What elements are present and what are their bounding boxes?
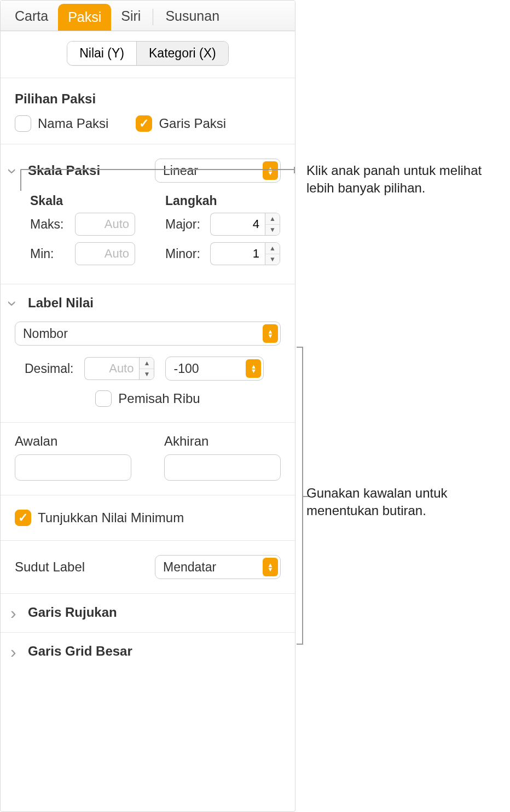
format-tabs: Carta Paksi Siri Susunan [1,1,295,31]
steps-label: Langkah [165,194,281,208]
reference-lines-header[interactable]: Garis Rujukan [1,594,295,632]
reference-lines-title: Garis Rujukan [28,605,117,620]
minor-input[interactable] [210,242,265,265]
show-minimum-checkbox[interactable] [15,510,31,526]
min-label: Min: [30,247,69,261]
max-label: Maks: [30,217,69,232]
prefix-label: Awalan [15,434,131,449]
axis-options-section: Pilihan Paksi Nama Paksi Garis Paksi [1,78,295,144]
decimals-input[interactable] [84,357,139,380]
axis-name-label: Nama Paksi [38,116,108,131]
major-gridlines-section: Garis Grid Besar [1,633,295,671]
tab-separator [153,9,153,25]
callout-bracket-side [297,347,303,645]
label-angle-value: Mendatar [163,560,216,575]
decimals-step-up[interactable]: ▲ [140,358,154,369]
reference-lines-section: Garis Rujukan [1,594,295,633]
popup-arrows-icon [263,558,278,576]
callout-disclosure: Klik anak panah untuk melihat lebih bany… [306,162,503,197]
value-labels-section: Label Nilai Nombor Desimal: ▲ ▼ -100 [1,284,295,594]
popup-arrows-icon [263,324,278,343]
major-step-down[interactable]: ▼ [265,224,280,236]
tab-arrange[interactable]: Susunan [155,3,229,31]
format-inspector-panel: Carta Paksi Siri Susunan Nilai (Y) Kateg… [0,0,295,812]
major-label: Major: [165,217,205,232]
minor-step-down[interactable]: ▼ [265,254,280,265]
min-input[interactable] [75,242,135,265]
scale-label: Skala [30,194,146,208]
major-gridlines-title: Garis Grid Besar [28,644,132,659]
callout-controls: Gunakan kawalan untuk menentukan butiran… [306,484,503,520]
label-angle-label: Sudut Label [15,559,85,575]
reference-lines-disclosure-icon [10,607,21,618]
prefix-input[interactable] [15,454,131,481]
popup-arrows-icon [263,161,278,180]
show-minimum-label: Tunjukkan Nilai Minimum [38,510,184,525]
major-step-up[interactable]: ▲ [265,213,280,224]
decimals-stepper[interactable]: ▲ ▼ [84,357,154,380]
seg-category-x[interactable]: Kategori (X) [136,42,228,65]
label-angle-popup[interactable]: Mendatar [155,555,281,579]
negative-format-value: -100 [173,361,199,376]
value-labels-format-popup[interactable]: Nombor [15,322,281,346]
axis-name-checkbox[interactable] [15,115,31,132]
axis-scale-disclosure-icon[interactable] [10,165,21,176]
axis-scale-type-value: Linear [163,163,198,178]
major-stepper[interactable]: ▲ ▼ [210,213,280,236]
axis-options-title: Pilihan Paksi [15,91,281,107]
axis-segmented-control: Nilai (Y) Kategori (X) [1,31,295,78]
max-input[interactable] [75,213,135,236]
value-labels-format-value: Nombor [23,326,68,341]
value-labels-title: Label Nilai [28,295,94,311]
tab-axis[interactable]: Paksi [58,4,111,31]
major-input[interactable] [210,213,265,236]
axis-scale-title: Skala Paksi [28,163,100,178]
thousands-separator-checkbox[interactable] [95,390,112,407]
minor-stepper[interactable]: ▲ ▼ [210,242,280,265]
suffix-label: Akhiran [164,434,281,449]
axis-scale-section: Skala Paksi Linear Skala Maks: Min: L [1,144,295,284]
seg-value-y[interactable]: Nilai (Y) [67,42,136,65]
decimals-label: Desimal: [25,361,73,376]
suffix-input[interactable] [164,454,281,481]
value-labels-disclosure-icon[interactable] [10,297,21,308]
minor-step-up[interactable]: ▲ [265,243,280,254]
tab-chart[interactable]: Carta [5,3,58,31]
decimals-step-down[interactable]: ▼ [140,369,154,380]
tab-series[interactable]: Siri [111,3,150,31]
negative-format-popup[interactable]: -100 [165,357,264,381]
axis-line-checkbox[interactable] [136,115,152,132]
axis-line-label: Garis Paksi [159,116,226,131]
thousands-separator-label: Pemisah Ribu [118,391,200,406]
axis-scale-type-popup[interactable]: Linear [155,159,281,183]
major-gridlines-disclosure-icon [10,646,21,657]
minor-label: Minor: [165,247,205,261]
major-gridlines-header[interactable]: Garis Grid Besar [1,633,295,671]
popup-arrows-icon [246,359,261,378]
